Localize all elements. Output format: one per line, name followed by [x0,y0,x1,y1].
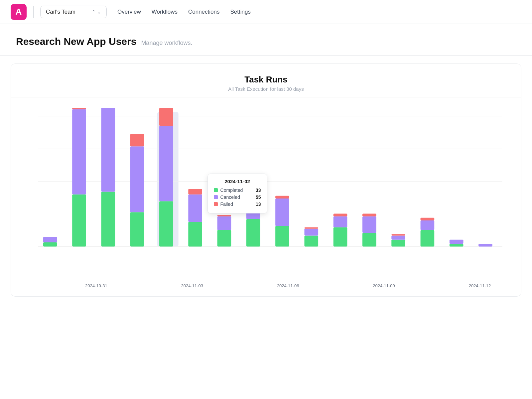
svg-rect-29 [275,226,289,247]
svg-rect-49 [478,244,492,246]
svg-rect-7 [43,237,57,243]
bar-chart-svg [22,108,510,279]
svg-rect-19 [159,108,173,126]
svg-rect-35 [333,227,347,247]
chart-title: Task Runs [22,74,510,85]
nav-overview[interactable]: Overview [117,7,141,17]
chart-area: 2024-11-02 Completed 33 Canceled 55 [11,97,521,296]
svg-rect-42 [391,235,405,239]
header: A Carl's Team ⌃ ⌄ Overview Workflows Con… [0,0,532,24]
svg-rect-16 [130,134,144,146]
svg-rect-26 [246,219,260,247]
svg-rect-28 [246,186,260,189]
svg-rect-11 [101,192,115,246]
svg-rect-46 [421,218,435,220]
page-subtitle: Manage workflows. [141,40,192,47]
chevron-icon: ⌃ ⌄ [92,9,101,15]
svg-rect-24 [217,216,231,230]
svg-rect-48 [450,240,464,244]
svg-rect-10 [72,108,86,109]
svg-rect-43 [391,234,405,235]
svg-rect-36 [333,216,347,227]
svg-rect-45 [421,220,435,230]
logo-letter: A [16,7,22,17]
svg-rect-37 [333,213,347,216]
svg-rect-40 [362,213,376,216]
team-name: Carl's Team [46,9,88,15]
nav: Overview Workflows Connections Settings [117,7,251,17]
svg-rect-21 [188,195,202,222]
svg-rect-6 [43,242,57,246]
svg-rect-31 [275,196,289,199]
svg-rect-9 [72,109,86,195]
page-header: Research New App Users Manage workflows. [0,24,532,55]
x-label-5: 2024-11-12 [469,283,491,288]
chart-card: Task Runs All Task Execution for last 30… [11,64,521,297]
nav-workflows[interactable]: Workflows [152,7,178,17]
svg-rect-18 [159,126,173,201]
chart-subtitle: All Task Execution for last 30 days [22,86,510,92]
x-axis: 2024-10-31 2024-11-03 2024-11-06 2024-11… [22,281,510,296]
svg-rect-12 [101,108,115,192]
chart-header: Task Runs All Task Execution for last 30… [11,64,521,97]
svg-rect-39 [362,216,376,233]
svg-rect-14 [130,212,144,246]
svg-rect-22 [188,189,202,195]
svg-rect-44 [421,230,435,247]
svg-rect-32 [304,235,318,246]
svg-rect-27 [246,189,260,219]
svg-rect-23 [217,230,231,247]
x-label-3: 2024-11-06 [277,283,299,288]
svg-rect-41 [391,240,405,247]
x-label-1: 2024-10-31 [85,283,107,288]
chart-svg-wrapper: 2024-11-02 Completed 33 Canceled 55 [22,108,510,281]
svg-rect-34 [304,227,318,229]
page-divider [0,55,532,56]
svg-rect-8 [72,195,86,247]
x-label-4: 2024-11-09 [373,283,395,288]
svg-rect-17 [159,201,173,246]
svg-rect-38 [362,233,376,246]
page-title: Research New App Users [16,36,136,47]
header-divider [33,6,34,18]
team-selector[interactable]: Carl's Team ⌃ ⌄ [40,6,107,18]
svg-rect-15 [130,146,144,212]
svg-rect-20 [188,222,202,246]
svg-rect-30 [275,199,289,226]
svg-rect-25 [217,215,231,216]
nav-connections[interactable]: Connections [188,7,220,17]
logo-button[interactable]: A [11,4,27,20]
svg-rect-33 [304,229,318,236]
nav-settings[interactable]: Settings [230,7,250,17]
svg-rect-47 [450,244,464,246]
x-label-2: 2024-11-03 [181,283,203,288]
